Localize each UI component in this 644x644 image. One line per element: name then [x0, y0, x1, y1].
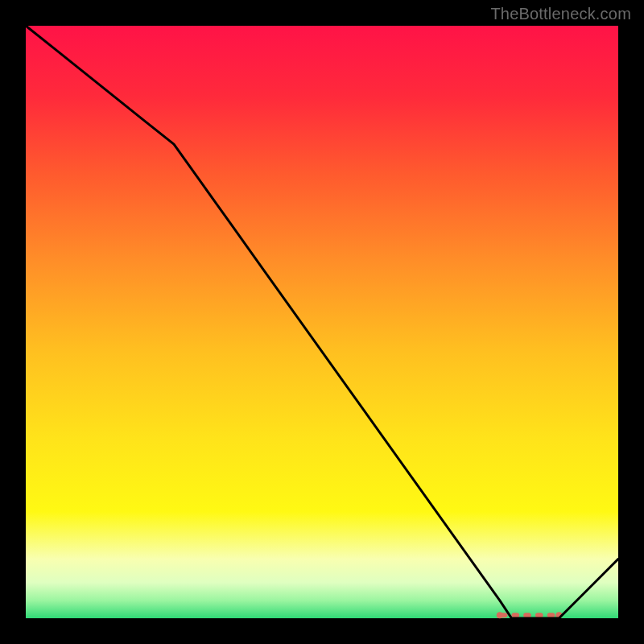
attribution-label: TheBottleneck.com [490, 5, 631, 23]
minimum-marker-seg [547, 613, 555, 617]
minimum-marker-seg [535, 613, 543, 617]
minimum-marker-seg [523, 613, 531, 617]
plot-background [26, 26, 618, 618]
minimum-marker-seg [512, 613, 520, 617]
minimum-marker-dot [497, 612, 503, 618]
chart-container: TheBottleneck.com [0, 0, 644, 644]
bottleneck-chart [0, 0, 644, 644]
